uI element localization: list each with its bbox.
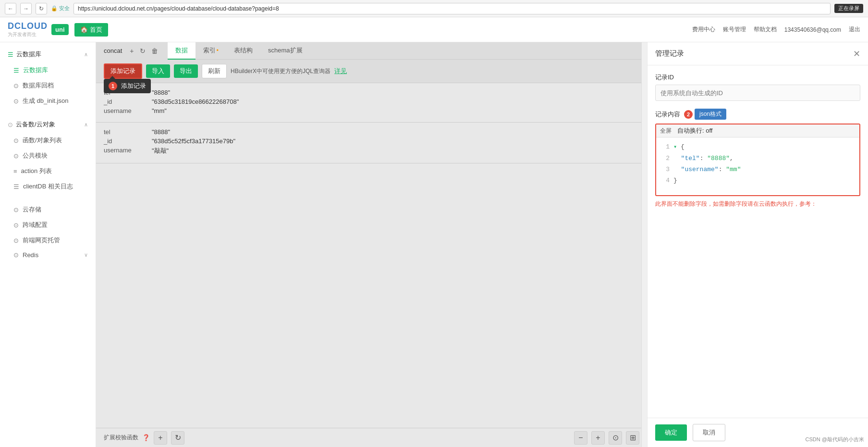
header-right: 费用中心 账号管理 帮助文档 1343540636@qq.com 退出 — [692, 25, 860, 34]
table-delete-btn[interactable]: 🗑 — [149, 46, 160, 56]
table-refresh-btn[interactable]: ↻ — [138, 46, 147, 56]
bottom-bar-label: 扩展校验函数 — [104, 434, 138, 442]
right-panel-title: 管理记录 — [655, 49, 684, 58]
right-panel-close-btn[interactable]: ✕ — [853, 50, 860, 58]
cancel-button[interactable]: 取消 — [693, 424, 725, 441]
table-actions: + ↻ 🗑 — [128, 46, 159, 56]
uni-badge: uni — [51, 24, 69, 35]
tab-schema[interactable]: 表结构 — [226, 42, 260, 60]
field-name-id2: _id — [104, 137, 152, 145]
sidebar-item-func-list[interactable]: ⊙ 函数/对象列表 — [0, 133, 96, 148]
sidebar-item-db-backup[interactable]: ⊙ 数据库回档 — [0, 78, 96, 93]
sidebar-item-public-module[interactable]: ⊙ 公共模块 — [0, 148, 96, 163]
forward-btn[interactable]: → — [20, 3, 32, 14]
zoom-in-btn[interactable]: + — [591, 431, 605, 445]
public-module-icon: ⊙ — [13, 152, 19, 160]
json-line-3: 3 "username": "mm" — [660, 164, 856, 175]
record-field: _id "638d5c31819ce86622268708" — [104, 98, 639, 105]
table-add-btn[interactable]: + — [128, 46, 135, 56]
sidebar: ☰ 云数据库 ∧ ☰ 云数据库 ⊙ 数据库回档 ⊙ 生成 db_init.jso… — [0, 42, 96, 447]
record-field: username "mm" — [104, 107, 639, 114]
jql-link[interactable]: 详见 — [334, 67, 347, 75]
sidebar-item-redis[interactable]: ⊙ Redis ∨ — [0, 248, 96, 262]
table-name-area: concat + ↻ 🗑 — [96, 42, 168, 60]
nav-help[interactable]: 帮助文档 — [754, 25, 777, 34]
clientdb-log-icon: ☰ — [13, 183, 19, 190]
confirm-button[interactable]: 确定 — [655, 424, 687, 441]
fit-btn[interactable]: ⊞ — [626, 431, 639, 445]
tooltip-box: 1 添加记录 — [104, 79, 151, 93]
sidebar-item-db-init[interactable]: ⊙ 生成 db_init.json — [0, 93, 96, 109]
field-name-username: username — [104, 107, 152, 114]
zoom-out-btn[interactable]: − — [574, 431, 587, 445]
main-layout: ☰ 云数据库 ∧ ☰ 云数据库 ⊙ 数据库回档 ⊙ 生成 db_init.jso… — [0, 42, 868, 447]
zoom-reset-btn[interactable]: ⊙ — [609, 431, 622, 445]
table-name: concat — [104, 47, 122, 54]
sidebar-item-cors[interactable]: ⊙ 跨域配置 — [0, 217, 96, 233]
func-list-icon: ⊙ — [13, 137, 19, 144]
sidebar-item-clientdb-log[interactable]: ☰ clientDB 相关日志 — [0, 179, 96, 194]
tab-index[interactable]: 索引 — [196, 42, 227, 60]
record-field: tel "8888" — [104, 128, 639, 136]
tooltip-badge: 1 — [109, 82, 117, 90]
home-button[interactable]: 🏠 首页 — [74, 23, 108, 37]
sidebar-item-web-hosting[interactable]: ⊙ 前端网页托管 — [0, 233, 96, 248]
warning-text: 此界面不能删除字段，如需删除字段请在云函数内执行，参考： — [655, 200, 860, 208]
json-line-4: 4 } — [660, 175, 856, 186]
action-list-icon: ≡ — [13, 168, 17, 175]
db-panel: concat + ↻ 🗑 数据 索引 表结构 schema扩展 添加记录 1 添… — [96, 42, 647, 447]
field-value-username2: "敲敲" — [152, 147, 169, 155]
field-value-tel: "8888" — [152, 89, 170, 96]
watermark: CSDN @敲代码的小吉米 — [806, 436, 864, 443]
sidebar-item-cloud-storage[interactable]: ⊙ 云存储 — [0, 202, 96, 217]
json-editor-content[interactable]: 1 ▾ { 2 "tel": "8888", 3 — [656, 137, 859, 195]
security-badge: 🔒 安全 — [51, 5, 70, 12]
sidebar-item-cloud-db[interactable]: ☰ 云数据库 — [0, 62, 96, 78]
logo: DCLOUD 为开发者而生 uni — [8, 21, 69, 38]
storage-section-label: 云备数/云对象 — [16, 120, 55, 129]
import-button[interactable]: 导入 — [146, 64, 170, 78]
auto-wrap-label: 自动换行: off — [677, 126, 712, 135]
json-editor-toolbar: 全屏 自动换行: off — [656, 124, 859, 137]
db-section-icon: ☰ — [8, 51, 13, 58]
record-content-label: 记录内容 2 json格式 — [655, 109, 860, 120]
url-bar[interactable] — [73, 3, 831, 14]
back-btn[interactable]: ← — [5, 3, 16, 14]
field-name-username2: username — [104, 147, 152, 155]
app-header: DCLOUD 为开发者而生 uni 🏠 首页 费用中心 账号管理 帮助文档 13… — [0, 17, 868, 42]
bottom-refresh-btn[interactable]: ↻ — [171, 431, 184, 445]
right-side-scrollbar[interactable] — [641, 42, 647, 447]
fullscreen-btn[interactable]: 全屏 — [660, 127, 672, 135]
refresh-button[interactable]: 刷新 — [202, 64, 227, 78]
jql-text: HBuilderX中可使用更方便的JQL查询器 — [231, 67, 330, 75]
cors-icon: ⊙ — [13, 222, 19, 229]
sidebar-section-storage: ⊙ 云备数/云对象 ∧ ⊙ 函数/对象列表 ⊙ 公共模块 ≡ action 列表… — [0, 112, 96, 198]
json-editor[interactable]: 全屏 自动换行: off 1 ▾ { 2 "tel": "888 — [655, 124, 860, 196]
tabs-bar: concat + ↻ 🗑 数据 索引 表结构 schema扩展 — [96, 42, 647, 60]
nav-cost-center[interactable]: 费用中心 — [692, 25, 715, 34]
reload-btn[interactable]: ↻ — [36, 3, 47, 14]
nav-user[interactable]: 1343540636@qq.com — [784, 26, 841, 33]
nav-logout[interactable]: 退出 — [849, 25, 860, 34]
record-field: tel "8888" — [104, 89, 639, 96]
export-button[interactable]: 导出 — [174, 64, 198, 78]
toolbar: 添加记录 1 添加记录 导入 导出 刷新 HBuilderX中可使用更方便的JQ… — [96, 60, 647, 83]
field-value-username: "mm" — [152, 107, 167, 114]
json-format-btn[interactable]: json格式 — [695, 109, 726, 120]
nav-account[interactable]: 账号管理 — [723, 25, 746, 34]
right-panel-body: 记录ID 记录内容 2 json格式 全屏 自动换行: off — [648, 65, 868, 418]
sidebar-section-header-storage[interactable]: ⊙ 云备数/云对象 ∧ — [0, 116, 96, 133]
home-icon: 🏠 — [80, 26, 88, 33]
sidebar-section-db: ☰ 云数据库 ∧ ☰ 云数据库 ⊙ 数据库回档 ⊙ 生成 db_init.jso… — [0, 42, 96, 112]
sidebar-section-other: ⊙ 云存储 ⊙ 跨域配置 ⊙ 前端网页托管 ⊙ Redis ∨ — [0, 198, 96, 266]
sidebar-section-header-db[interactable]: ☰ 云数据库 ∧ — [0, 46, 96, 62]
sidebar-item-action-list[interactable]: ≡ action 列表 — [0, 163, 96, 179]
tab-data[interactable]: 数据 — [168, 42, 196, 60]
bottom-add-btn[interactable]: + — [154, 431, 167, 445]
db-section-label: 云数据库 — [16, 50, 41, 59]
tab-schema-ext[interactable]: schema扩展 — [260, 42, 310, 60]
bottom-bar: 扩展校验函数 ❓ + ↻ − + ⊙ ⊞ — [96, 428, 647, 447]
record-id-input[interactable] — [655, 85, 860, 101]
cloud-storage-icon: ⊙ — [13, 206, 19, 213]
cloud-db-icon: ☰ — [13, 67, 19, 74]
